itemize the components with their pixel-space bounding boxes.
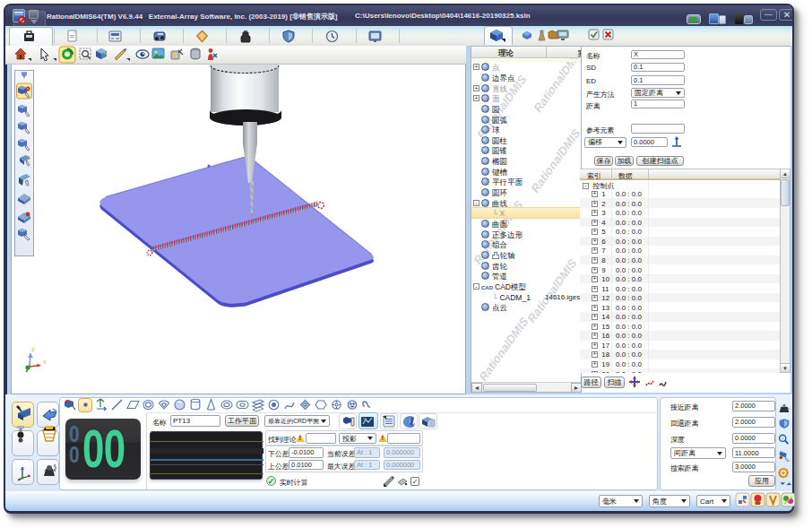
svg-text:z: z bbox=[31, 345, 35, 353]
svg-text:x: x bbox=[43, 358, 47, 366]
